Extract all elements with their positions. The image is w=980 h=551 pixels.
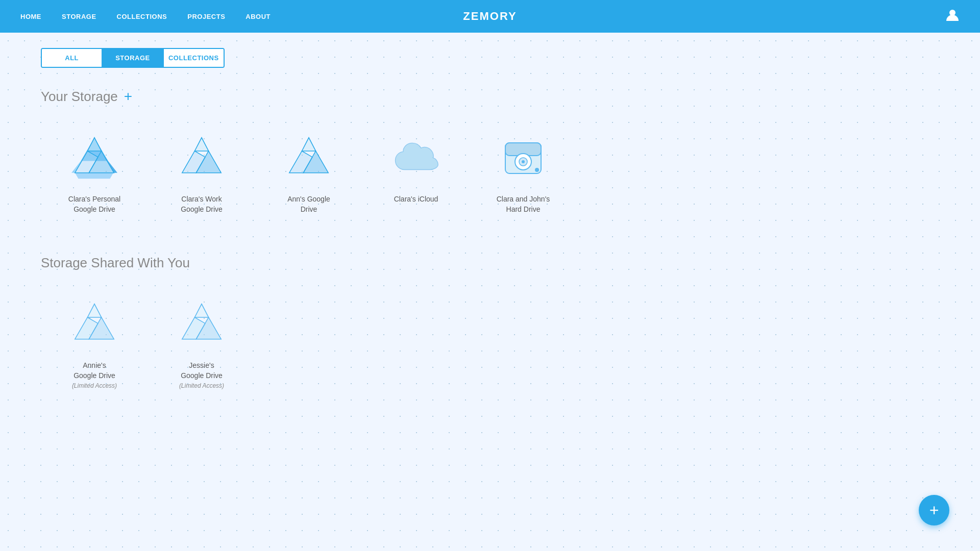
nav-about[interactable]: ABOUT	[246, 13, 271, 20]
user-profile-icon[interactable]	[945, 8, 960, 25]
storage-item-claras-harddrive[interactable]: Clara and John'sHard Drive	[470, 120, 577, 224]
navbar: HOME STORAGE COLLECTIONS PROJECTS ABOUT …	[0, 0, 980, 33]
shared-storage-grid: Annie'sGoogle Drive (Limited Access) Jes…	[41, 286, 939, 401]
storage-label-claras-personal: Clara's PersonalGoogle Drive	[68, 194, 120, 214]
nav-storage[interactable]: STORAGE	[62, 13, 96, 20]
your-storage-section-header: Your Storage +	[41, 88, 939, 105]
storage-label-jessies: Jessie'sGoogle Drive (Limited Access)	[179, 361, 224, 391]
cloud-icon-icloud	[388, 130, 444, 186]
limited-access-jessies: (Limited Access)	[179, 382, 224, 389]
storage-item-annies-google[interactable]: Annie'sGoogle Drive (Limited Access)	[41, 286, 148, 401]
shared-storage-section-header: Storage Shared With You	[41, 255, 939, 271]
storage-label-claras-harddrive: Clara and John'sHard Drive	[497, 194, 550, 214]
gdrive-icon-work	[174, 130, 230, 186]
storage-item-claras-personal[interactable]: Clara's PersonalGoogle Drive	[41, 120, 148, 224]
harddrive-icon	[495, 130, 551, 186]
storage-label-claras-work: Clara's WorkGoogle Drive	[181, 194, 223, 214]
your-storage-title: Your Storage	[41, 89, 118, 105]
storage-item-claras-work[interactable]: Clara's WorkGoogle Drive	[148, 120, 255, 224]
storage-item-jessies-google[interactable]: Jessie'sGoogle Drive (Limited Access)	[148, 286, 255, 401]
your-storage-grid: Clara's PersonalGoogle Drive Clara's Wor…	[41, 120, 939, 224]
gdrive-icon-personal	[66, 130, 122, 186]
svg-point-5	[522, 160, 525, 163]
main-content: ALL STORAGE COLLECTIONS Your Storage +	[0, 33, 980, 447]
gdrive-icon-ann	[281, 130, 337, 186]
gdrive-icon-annies	[66, 296, 122, 353]
tab-collections[interactable]: COLLECTIONS	[164, 49, 224, 67]
tab-storage[interactable]: STORAGE	[103, 49, 163, 67]
filter-tabs: ALL STORAGE COLLECTIONS	[41, 48, 225, 68]
nav-projects[interactable]: PROJECTS	[187, 13, 225, 20]
nav-home[interactable]: HOME	[20, 13, 41, 20]
storage-label-annies: Annie'sGoogle Drive (Limited Access)	[72, 361, 117, 391]
storage-label-anns-google: Ann's GoogleDrive	[287, 194, 330, 214]
add-storage-button[interactable]: +	[124, 88, 132, 105]
storage-item-anns-google[interactable]: Ann's GoogleDrive	[255, 120, 362, 224]
svg-point-6	[535, 168, 539, 172]
shared-storage-title: Storage Shared With You	[41, 255, 190, 271]
storage-item-claras-icloud[interactable]: Clara's iCloud	[362, 120, 470, 224]
brand-logo: ZEMORY	[463, 10, 517, 23]
gdrive-icon-jessies	[174, 296, 230, 353]
fab-add-button[interactable]: +	[919, 495, 949, 525]
limited-access-annies: (Limited Access)	[72, 382, 117, 389]
storage-label-claras-icloud: Clara's iCloud	[394, 194, 438, 205]
nav-collections[interactable]: COLLECTIONS	[117, 13, 167, 20]
navbar-left: HOME STORAGE COLLECTIONS PROJECTS ABOUT	[20, 13, 271, 20]
tab-all[interactable]: ALL	[42, 49, 103, 67]
